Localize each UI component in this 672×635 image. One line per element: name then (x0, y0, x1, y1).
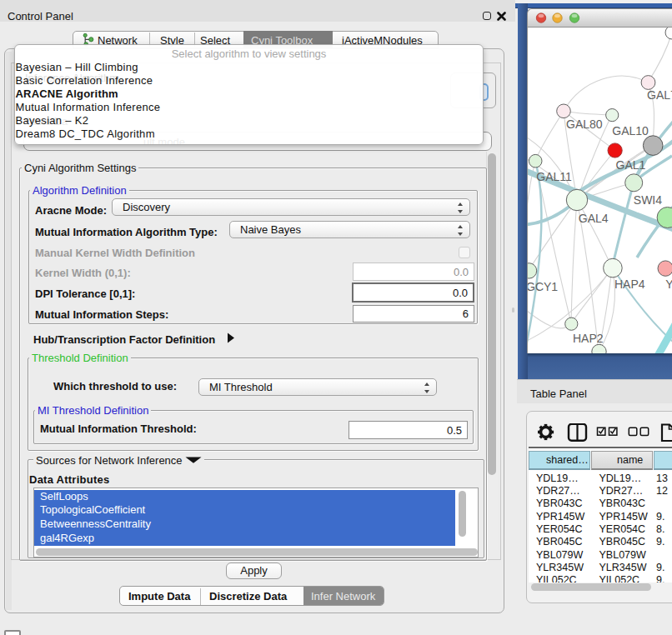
svg-text:GAL11: GAL11 (536, 170, 572, 183)
svg-text:GAL7: GAL7 (647, 88, 672, 102)
svg-text:GAL10: GAL10 (612, 124, 649, 138)
svg-text:HAP4: HAP4 (614, 278, 645, 291)
svg-text:HAP2: HAP2 (573, 332, 604, 345)
svg-text:Y: Y (665, 278, 672, 291)
svg-text:GAL1: GAL1 (616, 158, 646, 172)
svg-text:GCY1: GCY1 (527, 280, 558, 293)
svg-text:SWI4: SWI4 (634, 193, 662, 207)
svg-text:GAL80: GAL80 (566, 118, 603, 131)
svg-text:GAL4: GAL4 (579, 212, 609, 225)
